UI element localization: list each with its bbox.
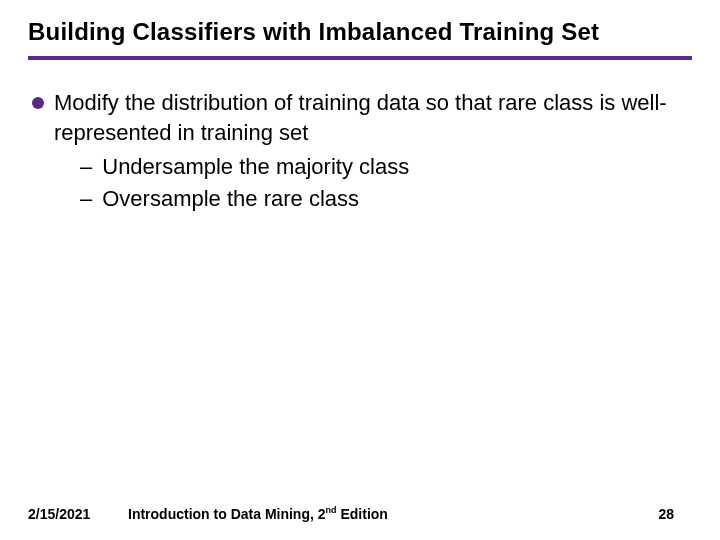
list-item: – Oversample the rare class bbox=[80, 183, 692, 215]
bullet-dot-icon bbox=[32, 97, 44, 109]
slide-title: Building Classifiers with Imbalanced Tra… bbox=[28, 18, 692, 46]
bullet-text: Modify the distribution of training data… bbox=[54, 88, 692, 147]
slide-content: Modify the distribution of training data… bbox=[28, 88, 692, 215]
title-underline bbox=[28, 56, 692, 60]
dash-icon: – bbox=[80, 151, 92, 183]
footer-date: 2/15/2021 bbox=[28, 506, 128, 522]
sub-list: – Undersample the majority class – Overs… bbox=[28, 151, 692, 215]
footer-book-prefix: Introduction to Data Mining, 2 bbox=[128, 506, 326, 522]
slide: Building Classifiers with Imbalanced Tra… bbox=[0, 0, 720, 540]
list-item: – Undersample the majority class bbox=[80, 151, 692, 183]
slide-footer: 2/15/2021 Introduction to Data Mining, 2… bbox=[0, 505, 720, 522]
footer-page-number: 28 bbox=[632, 506, 692, 522]
footer-book-ordinal: nd bbox=[326, 505, 337, 515]
sub-item-text: Oversample the rare class bbox=[102, 183, 359, 215]
footer-book-title: Introduction to Data Mining, 2nd Edition bbox=[128, 505, 632, 522]
bullet-item: Modify the distribution of training data… bbox=[28, 88, 692, 147]
footer-book-suffix: Edition bbox=[337, 506, 388, 522]
sub-item-text: Undersample the majority class bbox=[102, 151, 409, 183]
dash-icon: – bbox=[80, 183, 92, 215]
